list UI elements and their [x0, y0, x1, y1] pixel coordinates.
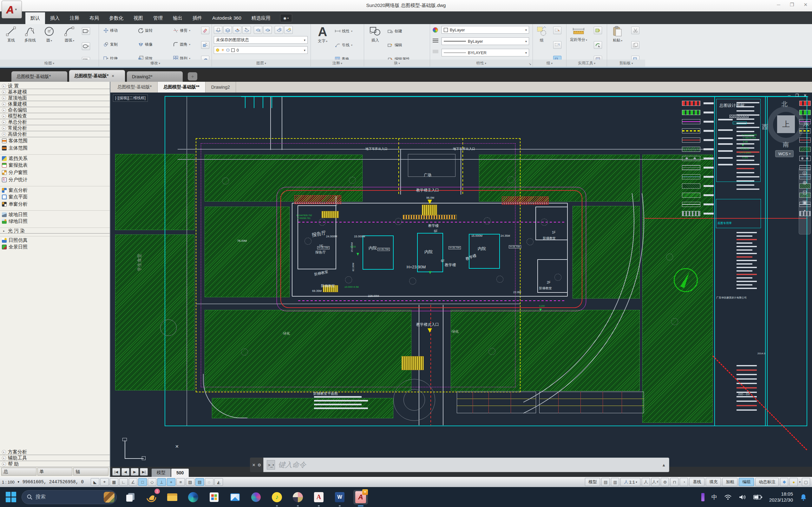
panel-label-properties[interactable]: 特性	[430, 60, 532, 66]
tray-overflow-icon[interactable]	[701, 493, 705, 501]
file-tab[interactable]: Drawing2*	[127, 71, 183, 82]
fillet-tool[interactable]: 圆角▾	[173, 41, 190, 48]
sidebar-item[interactable]: ▸单总分析	[0, 119, 110, 125]
document-tab[interactable]: 总图模型-基础版**	[158, 82, 206, 93]
battery-icon[interactable]	[753, 494, 762, 500]
sidebar-item[interactable]: ▸体量建模	[0, 101, 110, 107]
scale-indicator[interactable]: 1 : 100	[2, 480, 14, 485]
dwg-minimize-icon[interactable]: ─	[788, 93, 791, 98]
ungroup-icon[interactable]	[553, 26, 561, 34]
status-toggle[interactable]: ◌	[205, 478, 213, 486]
volume-icon[interactable]	[739, 494, 746, 500]
layer-unisolate-icon[interactable]	[263, 26, 272, 34]
pan-icon[interactable]: ⊕	[803, 179, 807, 186]
model-space-button[interactable]: 模型	[585, 478, 600, 486]
sidebar-item[interactable]: ▸日照仿真	[0, 236, 110, 243]
arc-tool[interactable]: 圆弧	[60, 26, 79, 43]
color-combo[interactable]: ByLayer	[442, 26, 529, 34]
sidebar-item[interactable]: ▸屋顶地面	[0, 95, 110, 101]
panel-label-draw[interactable]: 绘图	[0, 60, 99, 66]
sidebar-item[interactable]: ▸模型检查	[0, 113, 110, 119]
photos-app-icon[interactable]	[291, 490, 305, 504]
viewcube-north[interactable]: 北	[781, 100, 788, 108]
status-toggle[interactable]: ⊥	[157, 478, 166, 486]
sidebar-item[interactable]: ▸窗点分析	[0, 186, 110, 193]
next-layout-icon[interactable]: ▶	[131, 468, 139, 475]
mirror-tool[interactable]: 镜像	[138, 41, 153, 48]
steering-wheel-icon[interactable]: ◎	[803, 170, 807, 176]
ribbon-tab[interactable]: 参数化	[104, 12, 129, 24]
sidebar-item[interactable]: ▸全景日照	[0, 243, 110, 250]
quick-select-icon[interactable]	[594, 26, 602, 34]
drawing-canvas[interactable]	[110, 82, 812, 477]
ribbon-tab[interactable]: 插件	[188, 12, 207, 24]
task-view-icon[interactable]	[123, 490, 138, 504]
start-button[interactable]	[6, 492, 16, 503]
file-explorer-icon[interactable]	[165, 490, 180, 504]
sidebar-item[interactable]: ▸命名编组	[0, 107, 110, 113]
sidebar-item[interactable]: ▸光 污 染	[0, 228, 110, 233]
dwg-restore-icon[interactable]: ❐	[796, 93, 799, 98]
status-toggle[interactable]: ∟	[119, 478, 128, 486]
status-toggle[interactable]: ◇	[148, 478, 156, 486]
office-icon[interactable]	[249, 490, 263, 504]
orbit-icon[interactable]: ▣	[802, 199, 807, 206]
close-tab-icon[interactable]: ×	[112, 73, 114, 78]
ribbon-tab[interactable]: 默认	[26, 12, 45, 24]
sidebar-item[interactable]: ▸设 置	[0, 83, 110, 89]
status-toggle[interactable]: ◭	[214, 478, 223, 486]
hardware-accel-icon[interactable]: ❖	[780, 478, 788, 486]
file-tab[interactable]: 总图模型-基础版*×	[69, 70, 125, 82]
sidebar-item[interactable]: ▸单窗分析	[0, 201, 110, 208]
panel-label-group[interactable]: 组	[533, 60, 566, 66]
ribbon-tab[interactable]: 视图	[129, 12, 148, 24]
viewcube[interactable]: 上 北 东 南 西	[768, 107, 804, 143]
panel-label-modify[interactable]: 修改	[99, 60, 212, 66]
sidebar-item[interactable]: ▾高级分析	[0, 131, 110, 137]
sidebar-item[interactable]: ▸分户窗照	[0, 169, 110, 176]
document-tab[interactable]: 总图模型-基础版*	[112, 82, 158, 93]
ribbon-tab[interactable]: 布局	[84, 12, 104, 24]
sidebar-item[interactable]: ▸坡地日照	[0, 210, 110, 218]
status-toggle[interactable]: □	[138, 478, 147, 486]
annotation-scale-button[interactable]: 人1:1▾	[620, 478, 641, 486]
ribbon-tab[interactable]: 注释	[65, 12, 84, 24]
close-button[interactable]: ✕	[803, 2, 808, 8]
edge-icon[interactable]	[186, 490, 200, 504]
layer-freeze-icon[interactable]	[275, 26, 283, 34]
circle-tool[interactable]: 圆	[40, 26, 58, 43]
panel-label-block[interactable]: 块	[364, 60, 430, 66]
sidebar-item[interactable]: ▸窗点平面	[0, 193, 110, 201]
paste-tool[interactable]: 粘贴	[608, 26, 627, 43]
settings-gear-icon[interactable]: ⚙	[661, 478, 669, 486]
cut-icon[interactable]	[631, 26, 640, 34]
navigation-bar[interactable]: ◎ ⊕ ⊡ ▣ ▾	[799, 167, 811, 234]
create-block-tool[interactable]: 创建	[388, 27, 402, 35]
sidebar-tab-zong[interactable]: 总	[1, 468, 37, 475]
panel-expand-icon[interactable]: ↘	[529, 62, 531, 66]
file-tab[interactable]: 总图模型-基础版*	[11, 71, 67, 82]
text-tool[interactable]: A 文字	[313, 26, 332, 44]
restore-button[interactable]: ❐	[790, 2, 794, 8]
status-more-icon[interactable]: ▾	[799, 481, 801, 484]
command-grip[interactable]: ✕⚙	[250, 458, 263, 472]
notification-bell-icon[interactable]	[800, 494, 807, 501]
linetype-icon[interactable]	[433, 50, 438, 54]
minimize-button[interactable]: ─	[777, 2, 780, 8]
status-button[interactable]: 加粗	[722, 478, 738, 486]
sidebar-item[interactable]: ▸基本建模	[0, 89, 110, 95]
move-tool[interactable]: 移动	[103, 26, 118, 34]
layout-tab[interactable]: 500	[171, 469, 189, 477]
new-drawing-button[interactable]: ＋	[188, 72, 197, 80]
sidebar-tab-dan[interactable]: 单	[38, 468, 72, 475]
sidebar-item[interactable]: ▸客体范围	[0, 137, 110, 145]
status-toggle[interactable]: ▤	[195, 478, 204, 486]
line-tool[interactable]: 直线	[2, 26, 20, 43]
ribbon-tab[interactable]: 输出	[168, 12, 188, 24]
ribbon-tab[interactable]: Autodesk 360	[207, 12, 247, 24]
panel-label-annotation[interactable]: 注释	[311, 60, 364, 66]
copy-clip-icon[interactable]	[631, 41, 640, 49]
sidebar-item[interactable]: ▸方案分析	[0, 449, 110, 455]
status-button[interactable]: 编组	[739, 478, 754, 486]
status-toggle[interactable]: ≡	[176, 478, 185, 486]
